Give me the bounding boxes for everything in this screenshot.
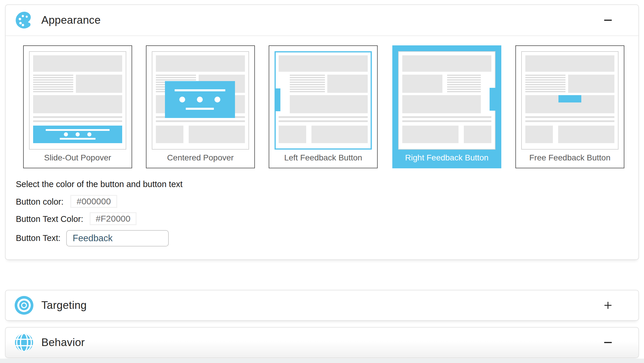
placeholder-text-lines [525,75,565,92]
targeting-title: Targeting [41,299,87,311]
placeholder-line [525,116,614,118]
option-left-feedback-button[interactable]: Left Feedback Button [269,45,378,168]
minus-icon [604,20,612,21]
placeholder-row [525,75,614,93]
placeholder-block [156,55,245,72]
option-label: Right Feedback Button [394,153,500,162]
placeholder-text-lines [290,75,325,92]
appearance-title: Appearance [41,14,101,26]
globe-icon [14,333,34,352]
placeholder-block [402,75,442,93]
placeholder-block [156,126,183,143]
placeholder-block [525,126,553,143]
button-color-label: Button color: [16,197,64,207]
placeholder-block [76,75,122,93]
placeholder-line [279,120,368,122]
placeholder-block [279,126,306,143]
placeholder-block [402,55,491,72]
banner-text-line [46,129,110,131]
behavior-header[interactable]: Behavior [6,328,638,357]
button-text-color-label: Button Text Color: [16,214,83,224]
button-text-input[interactable] [66,230,169,246]
placeholder-line [402,120,491,122]
popover-text-line [186,108,214,110]
page-background-strip [0,359,644,363]
feedback-tab-left [275,88,280,111]
placeholder-line [525,120,614,122]
placeholder-block [327,75,368,93]
button-text-label: Button Text: [16,233,61,243]
option-right-feedback-button[interactable]: Right Feedback Button [392,45,501,168]
placeholder-block [33,55,122,72]
placeholder-block [464,126,491,143]
slide-out-popover-banner [33,126,122,143]
collapse-appearance-button[interactable] [602,14,614,26]
button-color-input[interactable] [70,195,117,208]
thumbnail-preview [275,51,372,150]
color-section-heading: Select the color of the button and butto… [16,179,183,189]
thumbnail-preview [521,51,619,150]
targeting-section: Targeting [5,290,639,321]
popover-text-line [175,89,225,91]
option-centered-popover[interactable]: Centered Popover [146,45,255,168]
option-label: Left Feedback Button [270,153,376,162]
button-text-color-input[interactable] [90,212,137,225]
popover-dots-icon [179,97,220,102]
collapse-behavior-button[interactable] [602,337,614,348]
placeholder-block [311,126,368,143]
thumbnail-preview [398,51,495,150]
placeholder-line [156,120,245,122]
placeholder-block [33,95,122,113]
placeholder-line [279,116,368,118]
thumbnail-preview [152,51,249,150]
placeholder-block [402,95,481,113]
placeholder-line [402,116,491,118]
placeholder-block [525,55,614,72]
target-icon [14,295,34,315]
targeting-header[interactable]: Targeting [6,290,638,320]
placeholder-row [402,75,491,93]
placeholder-row [290,75,368,93]
placeholder-block [402,126,459,143]
minus-icon [604,342,612,343]
banner-dots-icon [64,132,91,136]
placeholder-block [189,126,245,143]
placeholder-text-lines [33,75,73,92]
free-feedback-button-chip [558,95,581,102]
behavior-section: Behavior [5,327,639,358]
banner-text-line [60,138,96,140]
placeholder-row [33,75,122,93]
option-free-feedback-button[interactable]: Free Feedback Button [515,45,624,168]
placeholder-block [568,75,614,93]
palette-icon [14,10,34,30]
placeholder-block [290,95,368,113]
placeholder-line [33,116,122,118]
option-label: Centered Popover [148,153,253,162]
expand-targeting-button[interactable] [602,299,614,311]
option-label: Free Feedback Button [517,153,623,162]
thumbnail-preview [29,51,126,150]
behavior-title: Behavior [41,336,85,349]
placeholder-block [279,55,368,72]
placeholder-block [558,126,614,143]
appearance-section: Appearance Sli [5,4,639,260]
placeholder-footer [279,126,368,143]
plus-icon [604,301,612,309]
feedback-widget-settings-page: Appearance Sli [0,0,644,363]
placeholder-footer [156,126,245,143]
option-label: Slide-Out Popover [25,153,130,162]
placeholder-line [33,120,122,122]
option-slide-out-popover[interactable]: Slide-Out Popover [23,45,132,168]
placeholder-footer [525,126,614,143]
centered-popover-dialog [165,81,235,118]
placeholder-text-lines [447,75,481,92]
placeholder-footer [402,126,491,143]
feedback-tab-right [490,88,495,111]
placeholder-block [525,95,614,113]
appearance-header[interactable]: Appearance [6,5,638,36]
